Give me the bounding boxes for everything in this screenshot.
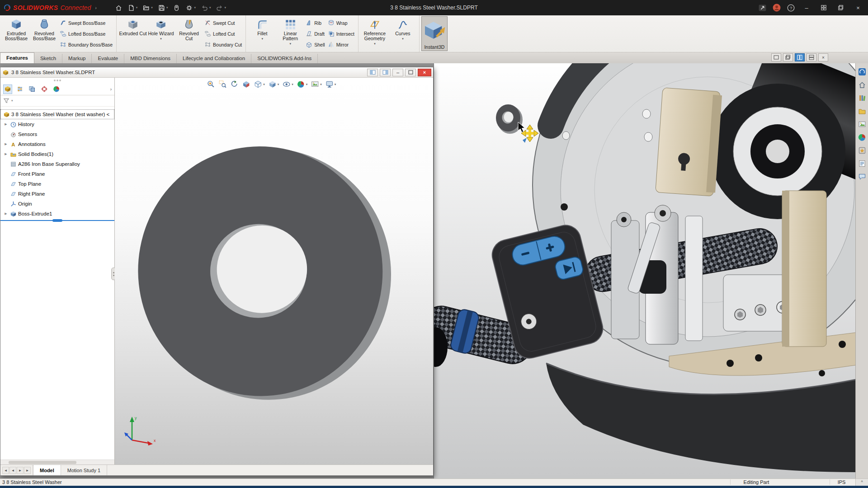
boundary-cut-button[interactable]: Boundary Cut [204,40,242,49]
dock-right-button[interactable] [380,69,391,76]
tree-item-history[interactable]: ▶ History [0,119,114,129]
expand-arrow-icon[interactable]: ▶ [3,212,9,216]
tree-item-origin[interactable]: Origin [0,199,114,209]
linear-pattern-button[interactable]: Linear Pattern ▾ [276,17,304,51]
section-view-button[interactable] [242,80,250,89]
save-caret[interactable]: ▾ [166,6,168,9]
part-graphics-viewport[interactable]: ▾ ▾ ▾ ▾ ▾ ▾ y x [115,78,433,465]
display-style-caret[interactable]: ▾ [278,83,279,86]
panel-grip[interactable] [0,78,114,83]
lofted-cut-button[interactable]: Lofted Cut [204,29,242,38]
last-tab-button[interactable]: ▶ [24,467,31,474]
displaymanager-tab[interactable] [52,84,61,94]
featuremanager-tab[interactable] [3,84,12,94]
curves-caret[interactable]: ▾ [402,37,404,40]
document-titlebar[interactable]: 3 8 Stainless Steel Washer.SLDPRT – × [0,67,433,78]
tree-item-right-plane[interactable]: Right Plane [0,189,114,199]
tile-windows-button[interactable] [795,53,805,61]
edit-appearance-button[interactable]: ▾ [297,80,308,89]
view-orientation-caret[interactable]: ▾ [263,83,265,86]
tab-evaluate[interactable]: Evaluate [92,54,124,63]
user-avatar[interactable] [773,4,781,12]
undo-caret[interactable]: ▾ [209,6,211,9]
shell-button[interactable]: Shell [306,40,325,49]
tab-markup[interactable]: Markup [62,54,92,63]
previous-view-button[interactable] [230,80,239,89]
manager-tabs-expand[interactable]: › [110,87,112,92]
boundary-boss-button[interactable]: Boundary Boss/Base [60,40,113,49]
configurationmanager-tab[interactable] [28,84,37,94]
new-document-caret[interactable]: ▾ [136,6,138,9]
expand-arrow-icon[interactable]: ▶ [3,122,9,126]
close-button[interactable]: × [853,3,863,13]
orientation-triad[interactable]: y x [121,399,162,448]
taskpane-expand-button[interactable]: ^ [855,479,868,486]
taskpane-appearances-icon[interactable] [858,133,866,141]
tree-filter[interactable]: ▾ [0,95,114,107]
doc-maximize-button[interactable] [405,69,416,76]
tab-solidworks-addins[interactable]: SOLIDWORKS Add-Ins [251,54,318,63]
linear-pattern-caret[interactable]: ▾ [290,42,292,45]
taskpane-forum-icon[interactable] [858,173,866,181]
hole-wizard-caret[interactable]: ▾ [160,37,162,40]
apply-scene-button[interactable]: ▾ [311,80,322,89]
hide-show-items-button[interactable]: ▾ [282,80,293,89]
expand-arrow-icon[interactable]: ▶ [3,142,9,146]
first-tab-button[interactable]: ◀ [2,467,9,474]
filter-caret[interactable]: ▾ [11,99,13,103]
redo-caret[interactable]: ▾ [224,6,226,9]
doc-close-button[interactable]: × [418,69,431,76]
window-layout-button[interactable] [818,3,829,13]
undo-button[interactable]: ▾ [199,3,213,13]
instant3d-button[interactable]: Instant3D [421,16,448,51]
taskpane-file-explorer-icon[interactable] [858,107,866,115]
taskpane-home-icon[interactable] [858,81,866,89]
restore-button[interactable] [835,3,846,13]
minimize-button[interactable]: – [801,3,812,13]
tree-item-top-plane[interactable]: Top Plane [0,179,114,189]
taskpane-view-palette-icon[interactable] [858,120,866,128]
settings-caret[interactable]: ▾ [194,6,196,9]
hole-wizard-button[interactable]: Hole Wizard ▾ [147,17,175,51]
taskpane-3dexperience-icon[interactable] [858,68,866,76]
view-orientation-button[interactable]: ▾ [254,80,265,89]
expand-arrow-icon[interactable]: ▶ [3,152,9,156]
new-window-button[interactable] [771,53,781,61]
tree-horizontal-scrollbar[interactable] [0,460,114,465]
next-tab-button[interactable]: ▶ [17,467,24,474]
extruded-cut-button[interactable]: Extruded Cut [119,17,147,51]
arrange-windows-button[interactable] [807,53,816,61]
rib-button[interactable]: Rib [306,19,325,28]
assembly-model[interactable] [434,63,855,479]
tree-root[interactable]: 3 8 Stainless Steel Washer (test washer)… [0,109,114,119]
assembly-viewport[interactable] [434,63,855,479]
open-caret[interactable]: ▾ [151,6,153,9]
zoom-area-button[interactable] [218,80,227,89]
curves-button[interactable]: Curves ▾ [389,17,417,51]
propertymanager-tab[interactable] [15,84,24,94]
hide-show-caret[interactable]: ▾ [292,83,293,86]
revolved-cut-button[interactable]: Revolved Cut [175,17,203,51]
lifecycle-button[interactable] [171,3,182,13]
tree-item-sensors[interactable]: Sensors [0,129,114,139]
prev-tab-button[interactable]: ◀ [9,467,16,474]
reference-geometry-button[interactable]: Reference Geometry ▾ [361,17,389,51]
model-tab[interactable]: Model [33,465,61,475]
mirror-button[interactable]: Mirror [328,40,354,49]
washer-model[interactable] [115,78,433,465]
tree-item-boss-extrude[interactable]: ▶ Boss-Extrude1 [0,209,114,219]
swept-cut-button[interactable]: Swept Cut [204,19,242,28]
save-button[interactable]: ▾ [156,3,170,13]
extruded-boss-button[interactable]: Extruded Boss/Base [2,17,30,51]
new-document-button[interactable]: ▾ [126,3,140,13]
wrap-button[interactable]: Wrap [328,19,354,28]
open-button[interactable]: ▾ [141,3,155,13]
tab-features[interactable]: Features [0,52,34,63]
scene-caret[interactable]: ▾ [320,83,322,86]
fillet-caret[interactable]: ▾ [262,37,264,40]
tab-sketch[interactable]: Sketch [34,54,62,63]
dimxpertmanager-tab[interactable] [40,84,49,94]
doc-minimize-button[interactable]: – [392,69,403,76]
tab-lifecycle-collaboration[interactable]: Lifecycle and Collaboration [177,54,251,63]
tree-item-solid-bodies[interactable]: ▶ Solid Bodies(1) [0,149,114,159]
